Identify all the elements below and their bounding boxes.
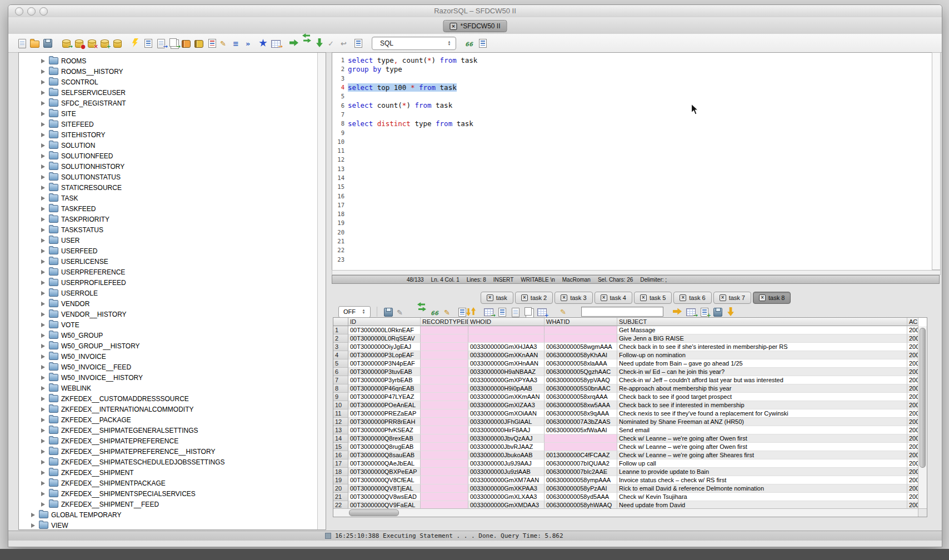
editor-line-12[interactable]: 12 xyxy=(332,155,932,164)
glasses-icon[interactable]: 66 xyxy=(465,38,474,48)
disclosure-triangle-icon[interactable] xyxy=(31,523,35,528)
cell-subject[interactable]: Check back to see if interested in membe… xyxy=(617,401,907,409)
book-gold-icon[interactable] xyxy=(194,38,204,48)
cell-whatid[interactable] xyxy=(545,443,617,451)
tree-item-userfeed[interactable]: USERFEED xyxy=(19,246,326,256)
table-list-icon[interactable] xyxy=(478,38,487,48)
editor-line-5[interactable]: 5 xyxy=(332,92,932,101)
cell-ac[interactable]: 200 xyxy=(907,334,918,343)
tree-item-w50_invoice__history[interactable]: W50_INVOICE__HISTORY xyxy=(19,372,326,383)
cell-id[interactable]: 00T3000000PRR8rEAH xyxy=(348,418,421,426)
editor-line-1[interactable]: 1select type, count(*) from task xyxy=(332,56,932,64)
cell-recordtypeid[interactable] xyxy=(421,334,468,343)
refresh-pages-icon[interactable]: → xyxy=(169,38,178,48)
cell-recordtypeid[interactable] xyxy=(421,401,468,409)
cell-ac[interactable]: 200 xyxy=(907,459,918,468)
tab-close-icon[interactable]: × xyxy=(521,294,528,301)
tree-item-userpreference[interactable]: USERPREFERENCE xyxy=(19,267,326,277)
cell-whatid[interactable] xyxy=(545,326,617,334)
disclosure-triangle-icon[interactable] xyxy=(41,59,45,63)
cell-id[interactable]: 00T3000000P46qnEAB xyxy=(348,384,421,393)
cell-subject[interactable]: Check w/ Leanne – we're going after Owen… xyxy=(617,434,907,443)
tree-item-userrole[interactable]: USERROLE xyxy=(19,288,326,298)
disclosure-triangle-icon[interactable] xyxy=(41,80,45,84)
editor-horizontal-scrollbar[interactable] xyxy=(332,270,941,275)
tree-item-rooms[interactable]: ROOMS xyxy=(19,56,326,66)
cell-subject[interactable]: Nominated by Shane Freeman at ANZ (HR50) xyxy=(617,418,907,426)
disclosure-triangle-icon[interactable] xyxy=(41,312,45,317)
cell-whoid[interactable]: 0033000000Ju9J9AAJ xyxy=(468,459,545,468)
cell-whatid[interactable]: 006300000058x9qAAA xyxy=(545,409,617,418)
cell-whoid[interactable] xyxy=(468,334,545,343)
edit-pencil-icon[interactable]: ✎ xyxy=(220,38,229,48)
editor-line-20[interactable]: 20 xyxy=(332,228,932,237)
cell-ac[interactable]: 200 xyxy=(907,368,918,376)
table-row[interactable]: 300T3000000OiyJgEAJ0033000000GmXHJAA3006… xyxy=(333,343,918,351)
view-glasses-icon[interactable]: 66 xyxy=(431,307,440,317)
tree-item-zkfedex__internationalcommodity[interactable]: ZKFEDEX__INTERNATIONALCOMMODITY xyxy=(19,404,326,414)
cell-subject[interactable]: Follow-up on nomination xyxy=(617,351,907,359)
result-tab-task-6[interactable]: ×task 6 xyxy=(673,292,711,304)
disclosure-triangle-icon[interactable] xyxy=(41,418,45,422)
list-red-blue-icon[interactable] xyxy=(207,38,217,48)
favorites-star-icon[interactable] xyxy=(258,38,268,48)
disclosure-triangle-icon[interactable] xyxy=(41,344,45,348)
cell-whatid[interactable]: 006300000058ympAAA xyxy=(545,476,617,484)
disclosure-triangle-icon[interactable] xyxy=(41,407,45,412)
cell-ac[interactable]: 200 xyxy=(907,468,918,476)
disclosure-triangle-icon[interactable] xyxy=(41,354,45,359)
cell-recordtypeid[interactable] xyxy=(421,418,468,426)
cell-whoid[interactable]: 0033000000JbvRJAAZ xyxy=(468,443,545,451)
result-tab-task-4[interactable]: ×task 4 xyxy=(595,292,632,304)
cell-recordtypeid[interactable] xyxy=(421,376,468,384)
cell-whoid[interactable]: 0033000000HirF8AAJ xyxy=(468,426,545,434)
cell-recordtypeid[interactable] xyxy=(421,501,468,509)
cell-id[interactable]: 00T3000000L0RknEAF xyxy=(348,326,421,334)
disclosure-triangle-icon[interactable] xyxy=(41,376,45,380)
cell-whatid[interactable]: 006300000058yPzAAI xyxy=(545,484,617,493)
cell-id[interactable]: 00T3000000QV8CfEAL xyxy=(348,476,421,484)
result-tab-task-8[interactable]: ×task 8 xyxy=(753,292,791,304)
disclosure-triangle-icon[interactable] xyxy=(41,428,45,433)
cell-id[interactable]: 00T3000000PREZaEAP xyxy=(348,409,421,418)
editor-line-23[interactable]: 23 xyxy=(332,255,932,264)
disclosure-triangle-icon[interactable] xyxy=(41,259,45,264)
tree-item-task[interactable]: TASK xyxy=(19,193,326,203)
copy-pages-icon[interactable] xyxy=(524,307,533,317)
swap-arrows-icon[interactable] xyxy=(302,38,312,48)
tree-item-sitefeed[interactable]: SITEFEED xyxy=(19,119,326,129)
tree-item-zkfedex__package[interactable]: ZKFEDEX__PACKAGE xyxy=(19,414,326,425)
cell-ac[interactable]: 200 xyxy=(907,501,918,509)
tree-item-site[interactable]: SITE xyxy=(19,108,326,119)
edit-pencil-arrow-icon[interactable]: ✎ xyxy=(444,307,453,317)
checklist-icon[interactable] xyxy=(143,38,153,48)
cell-whoid[interactable]: 0033000000GmXM7AAN xyxy=(468,476,545,484)
cell-whoid[interactable]: 0033000000GmXMDAA3 xyxy=(468,501,545,509)
row-number-header[interactable] xyxy=(333,318,348,326)
editor-line-7[interactable]: 7 xyxy=(332,110,932,119)
disclosure-triangle-icon[interactable] xyxy=(41,502,45,507)
tree-item-zkfedex__shipment[interactable]: ZKFEDEX__SHIPMENT xyxy=(19,467,326,478)
disclosure-triangle-icon[interactable] xyxy=(31,513,35,517)
cell-whatid[interactable]: 0013000000C4fFCAAZ xyxy=(545,451,617,459)
cell-ac[interactable]: 200 xyxy=(907,426,918,434)
cell-whoid[interactable]: 0033000000GmXKmAAN xyxy=(468,393,545,401)
result-tab-task[interactable]: ×task xyxy=(481,292,513,304)
tree-item-zkfedex__shipmategeneralsettings[interactable]: ZKFEDEX__SHIPMATEGENERALSETTINGS xyxy=(19,425,326,436)
editor-line-11[interactable]: 11 xyxy=(332,146,932,155)
cell-id[interactable]: 00T3000000L0RqSEAV xyxy=(348,334,421,343)
cell-whoid[interactable]: 0033000000H9i0pAAB xyxy=(468,384,545,393)
cell-whatid[interactable]: 006300000058ypVAAQ xyxy=(545,376,617,384)
document-tab-close-icon[interactable]: × xyxy=(449,23,457,30)
table-row[interactable]: 1800T3000000QBXPeEAP0033000000Ju9zlAAB00… xyxy=(333,468,918,476)
table-row[interactable]: 600T3000000P3tuvEAB0033000000H9aNBAAZ006… xyxy=(333,368,918,376)
cell-whatid[interactable]: 00630000005S0bnAAC xyxy=(545,384,617,393)
tab-close-icon[interactable]: × xyxy=(680,294,686,301)
tree-item-zkfedex__shipmentspecialservices[interactable]: ZKFEDEX__SHIPMENTSPECIALSERVICES xyxy=(19,488,326,499)
document-tab[interactable]: × *SFDCW50 II xyxy=(443,20,507,32)
disclosure-triangle-icon[interactable] xyxy=(41,492,45,496)
cell-recordtypeid[interactable] xyxy=(421,451,468,459)
cell-ac[interactable]: 200 xyxy=(907,359,918,368)
statement-type-select[interactable]: SQL ▲▼ xyxy=(372,37,456,50)
execute-lightning-icon[interactable] xyxy=(131,38,140,48)
